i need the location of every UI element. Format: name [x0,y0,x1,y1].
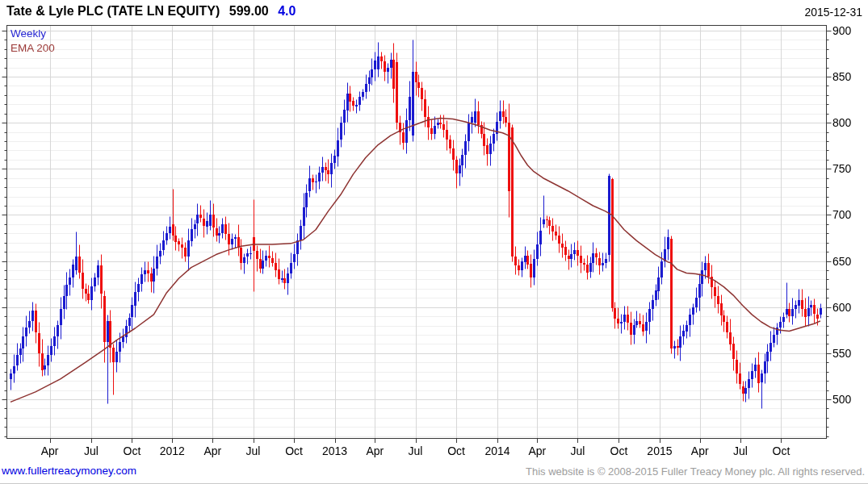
x-axis-tick-label: 2013 [312,444,358,457]
candlestick-chart-canvas[interactable] [0,0,868,460]
x-axis-tick-label: Apr [677,444,723,457]
y-axis-tick-label: 550 [832,347,866,360]
y-axis-tick-label: 900 [832,24,866,37]
chart-legend: Weekly EMA 200 [10,27,55,56]
price-change: 4.0 [278,4,296,18]
x-axis-tick-label: Apr [190,444,235,457]
y-axis-tick-label: 650 [832,255,866,268]
x-axis-tick-label: 2014 [475,444,520,457]
x-axis-tick-label: Jul [555,444,600,457]
x-axis-tick-label: Oct [434,444,479,457]
x-axis-tick-label: Jul [718,444,763,457]
x-axis-tick-label: Jul [69,444,114,457]
instrument-name: Tate & Lyle PLC (TATE LN EQUITY) [6,4,220,18]
y-axis-tick-label: 600 [832,301,866,314]
chart-date: 2015-12-31 [804,6,862,19]
x-axis-tick-label: 2015 [637,444,682,457]
y-axis-tick-label: 800 [832,116,866,129]
legend-item-weekly: Weekly [10,27,55,41]
page-title: Tate & Lyle PLC (TATE LN EQUITY) 599.00 … [6,4,296,19]
footer-website-link[interactable]: www.fullertreacymoney.com [2,465,136,477]
x-axis-tick-label: Jul [231,444,276,457]
x-axis-tick-label: Oct [109,444,154,457]
x-axis-tick-label: Apr [352,444,397,457]
y-axis-tick-label: 750 [832,162,866,175]
legend-item-ema200: EMA 200 [10,41,55,56]
chart-page: Tate & Lyle PLC (TATE LN EQUITY) 599.00 … [0,0,868,484]
x-axis-tick-label: Oct [271,444,317,457]
x-axis-tick-label: Oct [758,444,803,457]
x-axis-tick-label: Oct [596,444,641,457]
x-axis-tick-label: Apr [27,444,73,457]
x-axis-tick-label: Apr [514,444,560,457]
footer-copyright: This website is © 2008-2015 Fuller Treac… [526,465,865,478]
x-axis-tick-label: Jul [393,444,438,457]
x-axis-tick-label: 2012 [149,444,195,457]
y-axis-tick-label: 850 [832,70,866,83]
y-axis-tick-label: 500 [832,393,866,406]
y-axis-tick-label: 700 [832,208,866,221]
last-price: 599.00 [229,4,269,18]
